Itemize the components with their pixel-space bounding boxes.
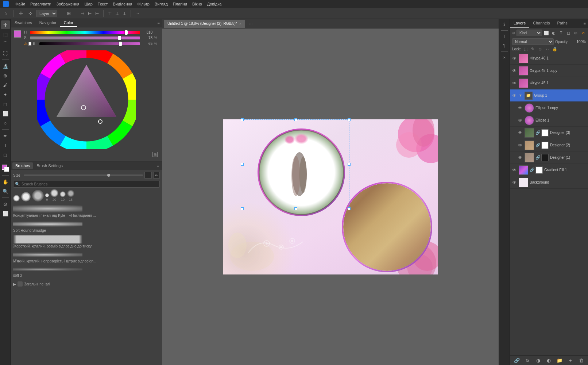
hand-tool-btn[interactable]: ✋ bbox=[1, 177, 10, 186]
layer-item-figura45[interactable]: 👁 Фігура 45 1 bbox=[510, 77, 588, 89]
pixel-filter-btn[interactable]: ⬜ bbox=[543, 30, 549, 36]
text-tool-btn[interactable]: T bbox=[1, 141, 10, 150]
eyedropper-tool-btn[interactable]: 🔬 bbox=[1, 62, 10, 70]
menu-image[interactable]: Зображення bbox=[57, 2, 80, 6]
transform-mini-tool[interactable]: ✂ bbox=[500, 54, 508, 62]
layer-item-background[interactable]: 👁 Background bbox=[510, 176, 588, 189]
color-tab[interactable]: Color bbox=[60, 19, 77, 27]
layer-item-group1[interactable]: 👁 ▼ 📁 Group 1 bbox=[510, 89, 588, 102]
brush-preset-3[interactable] bbox=[32, 190, 44, 201]
lock-move-btn[interactable]: ↔ bbox=[545, 46, 550, 51]
menu-layer[interactable]: Шар bbox=[85, 2, 93, 6]
layer-item-figura45copy[interactable]: 👁 Фігура 45 1 copy bbox=[510, 65, 588, 77]
background-color[interactable] bbox=[4, 167, 9, 172]
brush-item-1[interactable]: Концептуальні і пензлі від Kyle – «Накла… bbox=[13, 204, 160, 218]
layer-vis-figura45[interactable]: 👁 bbox=[511, 81, 517, 86]
text-filter-btn[interactable]: T bbox=[558, 30, 564, 36]
sat-slider[interactable] bbox=[30, 36, 140, 39]
healing-tool-btn[interactable]: ⊕ bbox=[1, 71, 10, 80]
align-center-h-icon[interactable]: ⊢ bbox=[88, 11, 92, 16]
brush-item-3[interactable]: Жорсткий, круглий, розмір відповідно до … bbox=[13, 235, 160, 248]
layer-item-figura46[interactable]: 👁 Фігура 46 1 bbox=[510, 52, 588, 65]
brush-preset-5[interactable]: 20 bbox=[50, 189, 58, 201]
adjust-filter-btn[interactable]: ◐ bbox=[551, 30, 557, 36]
panel-collapse-btn[interactable]: ≡ bbox=[155, 19, 162, 27]
menu-select[interactable]: Виділення bbox=[113, 2, 132, 6]
selection-tool-btn[interactable]: ⬚ bbox=[1, 30, 10, 39]
layer-item-designer2[interactable]: 👁 🔗 Designer (2) bbox=[510, 139, 588, 151]
layer-fx-btn[interactable]: fx bbox=[523, 357, 532, 364]
menu-view[interactable]: Вигляд bbox=[155, 2, 168, 6]
more-options-icon[interactable]: ··· bbox=[135, 11, 139, 16]
shape-filter-btn[interactable]: ◻ bbox=[565, 30, 571, 36]
brush-preset-7[interactable]: 15 bbox=[67, 190, 74, 201]
layer-adjust-btn[interactable]: ◐ bbox=[544, 357, 553, 364]
layer-item-gradient[interactable]: 👁 🔗 Gradient Fill 1 bbox=[510, 164, 588, 176]
color-wheel[interactable] bbox=[37, 50, 136, 149]
brush-item-5[interactable]: soft :( bbox=[13, 266, 160, 277]
size-slider[interactable] bbox=[24, 174, 143, 176]
lock-position-btn[interactable]: ✎ bbox=[530, 46, 535, 51]
smart-filter-btn[interactable]: ⊕ bbox=[573, 30, 579, 36]
layer-vis-ellipse1copy[interactable]: 👁 bbox=[517, 105, 523, 111]
canvas-tab-close[interactable]: × bbox=[239, 22, 241, 26]
brush-settings-tab[interactable]: Brush Settings bbox=[34, 162, 66, 169]
gradient-tool-btn[interactable]: ⬜ bbox=[1, 109, 10, 118]
edit-mode-btn[interactable]: ⊘ bbox=[1, 200, 10, 208]
layer-group-btn[interactable]: 📁 bbox=[555, 357, 564, 364]
move-tool-btn[interactable]: ✛ bbox=[1, 20, 10, 29]
layer-vis-designer3[interactable]: 👁 bbox=[517, 130, 523, 135]
size-value-input[interactable] bbox=[144, 172, 152, 178]
layer-delete-btn[interactable]: 🗑 bbox=[577, 357, 586, 364]
pressure-toggle[interactable]: ✏ bbox=[153, 172, 160, 178]
paragraph-tool[interactable]: ¶ bbox=[500, 42, 508, 50]
color-wheel-svg[interactable] bbox=[37, 50, 136, 149]
paths-tab[interactable]: Paths bbox=[554, 19, 571, 28]
lock-all-btn[interactable]: 🔒 bbox=[552, 46, 557, 51]
layer-link-btn[interactable]: 🔗 bbox=[512, 357, 521, 364]
crop-tool-btn[interactable]: ⛶ bbox=[1, 49, 10, 58]
transform-icon[interactable]: ⊹ bbox=[27, 10, 34, 17]
swatches-tab[interactable]: Swatches bbox=[11, 19, 36, 27]
dodge-tool-btn[interactable]: ○ bbox=[1, 119, 10, 127]
right-panel-collapse-btn[interactable]: ≡ bbox=[581, 20, 588, 27]
layer-vis-designer1[interactable]: 👁 bbox=[517, 155, 523, 160]
blend-mode-dropdown[interactable]: Normal bbox=[512, 38, 554, 45]
menu-window[interactable]: Вікно bbox=[192, 2, 202, 6]
hue-thumb[interactable] bbox=[125, 30, 128, 35]
align-mid-v-icon[interactable]: ⊥ bbox=[115, 11, 119, 16]
menu-filter[interactable]: Фільтр bbox=[138, 2, 150, 6]
layer-vis-designer2[interactable]: 👁 bbox=[517, 143, 523, 148]
layer-new-btn[interactable]: + bbox=[566, 357, 575, 364]
sat-thumb[interactable] bbox=[118, 36, 121, 40]
align-bot-icon[interactable]: ⊥ bbox=[123, 11, 126, 16]
bright-thumb[interactable] bbox=[119, 42, 122, 46]
eraser-tool-btn[interactable]: ◻ bbox=[1, 100, 10, 108]
menu-text[interactable]: Текст bbox=[98, 2, 108, 6]
brush-category-general[interactable]: ▶ Загальні пензлі bbox=[13, 280, 160, 288]
pen-tool-btn[interactable]: ✒ bbox=[1, 131, 10, 140]
color-preview[interactable] bbox=[2, 165, 9, 172]
bright-slider[interactable] bbox=[39, 42, 140, 45]
layer-item-ellipse1copy[interactable]: 👁 Ellipse 1 copy bbox=[510, 102, 588, 114]
size-thumb[interactable] bbox=[107, 174, 110, 177]
lock-pixels-btn[interactable]: ⬚ bbox=[523, 46, 528, 51]
brush-preset-4[interactable]: 9 bbox=[45, 193, 49, 201]
layer-mask-btn[interactable]: ◑ bbox=[534, 357, 543, 364]
layer-item-designer3[interactable]: 👁 🔗 Designer (3) bbox=[510, 127, 588, 139]
navigator-tab[interactable]: Navigator bbox=[36, 19, 60, 27]
lock-artboard-btn[interactable]: ⊕ bbox=[538, 46, 543, 51]
filter-on-btn[interactable]: ⊘ bbox=[580, 30, 586, 36]
menu-plugins[interactable]: Плагіни bbox=[173, 2, 187, 6]
brush-preset-2[interactable] bbox=[21, 192, 31, 201]
shape-tool-btn[interactable]: ◻ bbox=[1, 150, 10, 159]
screen-mode-btn[interactable]: ⬜ bbox=[1, 209, 10, 218]
channels-tab[interactable]: Channels bbox=[529, 19, 553, 28]
layers-tab[interactable]: Layers bbox=[510, 19, 529, 28]
zoom-tool-btn[interactable]: 🔍 bbox=[1, 187, 10, 196]
menu-file[interactable]: Файл bbox=[15, 2, 25, 6]
brush-item-4[interactable]: М'який, круглий, непрозорість і штрих ві… bbox=[13, 251, 160, 263]
align-right-icon[interactable]: ⊢ bbox=[95, 11, 99, 16]
text-mini-tool[interactable]: T bbox=[500, 32, 508, 41]
menu-edit[interactable]: Редагувати bbox=[30, 2, 51, 6]
